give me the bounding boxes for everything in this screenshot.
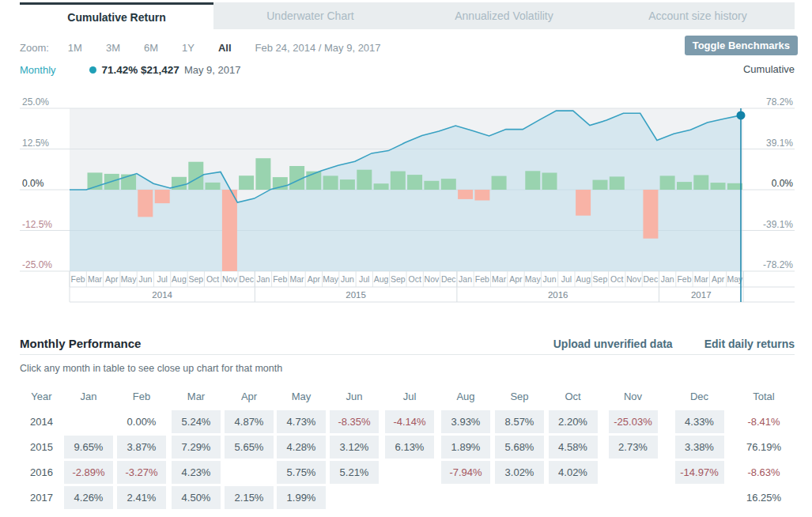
table-month-cell[interactable]: 5.24% xyxy=(172,410,221,433)
monthly-bar[interactable] xyxy=(727,183,742,190)
table-month-cell[interactable]: 2.73% xyxy=(609,436,658,459)
table-month-cell xyxy=(609,486,658,509)
table-header-cell: Aug xyxy=(438,387,493,405)
monthly-bar[interactable] xyxy=(407,175,422,190)
chart-tabbar: Cumulative Return Underwater Chart Annua… xyxy=(20,2,795,29)
table-month-cell[interactable]: 3.02% xyxy=(495,461,544,484)
tab-underwater-chart[interactable]: Underwater Chart xyxy=(213,2,407,29)
monthly-bar[interactable] xyxy=(138,190,153,217)
table-month-cell[interactable]: 5.68% xyxy=(495,436,544,459)
upload-unverified-data-link[interactable]: Upload unverified data xyxy=(553,338,673,350)
tab-account-size-history[interactable]: Account size history xyxy=(601,2,795,29)
zoom-option-1m[interactable]: 1M xyxy=(68,42,82,54)
monthly-bar[interactable] xyxy=(542,173,557,191)
table-month-cell[interactable]: 7.29% xyxy=(172,436,221,459)
monthly-bar[interactable] xyxy=(206,183,221,190)
table-month-cell[interactable]: 4.87% xyxy=(225,410,274,433)
table-month-cell[interactable]: 4.73% xyxy=(277,410,326,433)
table-month-cell[interactable]: 4.50% xyxy=(172,486,221,509)
table-month-cell[interactable]: -7.94% xyxy=(441,461,490,484)
table-month-cell[interactable]: 4.28% xyxy=(277,436,326,459)
table-month-cell[interactable]: 4.58% xyxy=(549,436,598,459)
tab-cumulative-return[interactable]: Cumulative Return xyxy=(20,2,213,29)
monthly-bar[interactable] xyxy=(711,183,726,190)
table-month-cell[interactable]: 6.13% xyxy=(385,436,434,459)
month-label: Nov xyxy=(626,274,641,284)
table-month-cell[interactable]: 4.26% xyxy=(64,486,113,509)
monthly-bar[interactable] xyxy=(391,172,406,190)
table-month-cell[interactable]: 2.20% xyxy=(549,410,598,433)
right-axis-tick: 0.0% xyxy=(772,178,794,189)
monthly-bar[interactable] xyxy=(677,182,692,190)
monthly-bar[interactable] xyxy=(357,170,372,190)
tab-annualized-volatility[interactable]: Annualized Volatility xyxy=(407,2,601,29)
table-month-cell[interactable]: 2.15% xyxy=(225,486,274,509)
table-total-cell: 16.25% xyxy=(746,492,781,504)
monthly-bar[interactable] xyxy=(593,180,608,190)
table-month-cell xyxy=(675,486,724,509)
left-axis-tick: 12.5% xyxy=(22,138,49,149)
table-month-cell[interactable]: 5.75% xyxy=(277,461,326,484)
left-axis-tick: -25.0% xyxy=(22,259,52,270)
month-label: Dec xyxy=(239,274,254,284)
zoom-option-6m[interactable]: 6M xyxy=(144,42,158,54)
monthly-bar[interactable] xyxy=(155,190,170,203)
monthly-bar[interactable] xyxy=(492,176,507,190)
month-label: Oct xyxy=(206,274,219,284)
table-month-cell xyxy=(495,486,544,509)
table-month-cell[interactable]: 8.57% xyxy=(495,410,544,433)
table-month-cell[interactable]: 1.89% xyxy=(441,436,490,459)
legend-monthly-series[interactable]: Monthly xyxy=(20,64,56,76)
table-header-row: YearJanFebMarAprMayJunJulAugSepOctNovDec… xyxy=(20,387,795,405)
zoom-option-1y[interactable]: 1Y xyxy=(182,42,195,54)
monthly-bar[interactable] xyxy=(239,175,254,190)
monthly-bar[interactable] xyxy=(643,190,658,239)
table-month-cell[interactable]: -3.27% xyxy=(117,461,166,484)
monthly-bar[interactable] xyxy=(610,176,625,190)
table-month-cell[interactable]: -25.03% xyxy=(609,410,658,433)
monthly-bar[interactable] xyxy=(323,175,338,190)
table-header-cell: May xyxy=(275,387,327,405)
table-year-cell: 2014 xyxy=(20,409,63,433)
table-month-cell[interactable]: 1.99% xyxy=(277,486,326,509)
table-month-cell[interactable]: 2.41% xyxy=(117,486,166,509)
table-month-cell[interactable]: -2.89% xyxy=(64,461,113,484)
monthly-bar[interactable] xyxy=(693,175,708,191)
date-range-label: Feb 24, 2014 / May 9, 2017 xyxy=(255,42,381,54)
edit-daily-returns-link[interactable]: Edit daily returns xyxy=(704,338,795,350)
monthly-bar[interactable] xyxy=(424,181,439,190)
table-month-cell[interactable]: 3.12% xyxy=(330,436,379,459)
month-label: Sep xyxy=(593,274,608,284)
monthly-bar[interactable] xyxy=(441,179,456,190)
zoom-option-all[interactable]: All xyxy=(218,42,232,54)
table-month-cell[interactable]: 3.93% xyxy=(441,410,490,433)
monthly-bar[interactable] xyxy=(222,190,237,271)
monthly-bar[interactable] xyxy=(660,175,675,190)
table-month-cell[interactable]: 4.33% xyxy=(675,410,724,433)
table-month-cell[interactable]: 3.38% xyxy=(675,436,724,459)
table-month-cell[interactable]: 9.65% xyxy=(64,436,113,459)
zoom-option-3m[interactable]: 3M xyxy=(106,42,120,54)
monthly-bar[interactable] xyxy=(474,190,489,201)
monthly-bar[interactable] xyxy=(340,179,355,190)
last-point-marker[interactable] xyxy=(737,111,746,119)
monthly-bar[interactable] xyxy=(525,171,540,190)
table-month-cell[interactable]: 5.21% xyxy=(330,461,379,484)
table-month-cell[interactable]: -8.35% xyxy=(330,410,379,433)
legend-cumulative-series[interactable]: Cumulative xyxy=(743,63,795,75)
toggle-benchmarks-button[interactable]: Toggle Benchmarks xyxy=(685,36,798,55)
monthly-bar[interactable] xyxy=(458,190,473,199)
table-month-cell[interactable]: -14.97% xyxy=(675,461,724,484)
year-label: 2016 xyxy=(548,290,568,300)
table-month-cell[interactable]: 4.23% xyxy=(172,461,221,484)
table-month-cell[interactable]: 3.87% xyxy=(117,436,166,459)
cumulative-return-chart[interactable]: 25.0%78.2%12.5%39.1%0.0%0.0%-12.5%-39.1%… xyxy=(0,93,812,307)
monthly-bar[interactable] xyxy=(255,158,270,190)
month-label: Sep xyxy=(188,274,203,284)
monthly-bar[interactable] xyxy=(374,183,389,190)
table-month-cell[interactable]: -4.14% xyxy=(385,410,434,433)
monthly-bar[interactable] xyxy=(576,190,591,216)
table-month-cell[interactable]: 5.65% xyxy=(225,436,274,459)
table-month-cell[interactable]: 4.02% xyxy=(549,461,598,484)
table-month-cell[interactable]: 0.00% xyxy=(117,410,166,433)
